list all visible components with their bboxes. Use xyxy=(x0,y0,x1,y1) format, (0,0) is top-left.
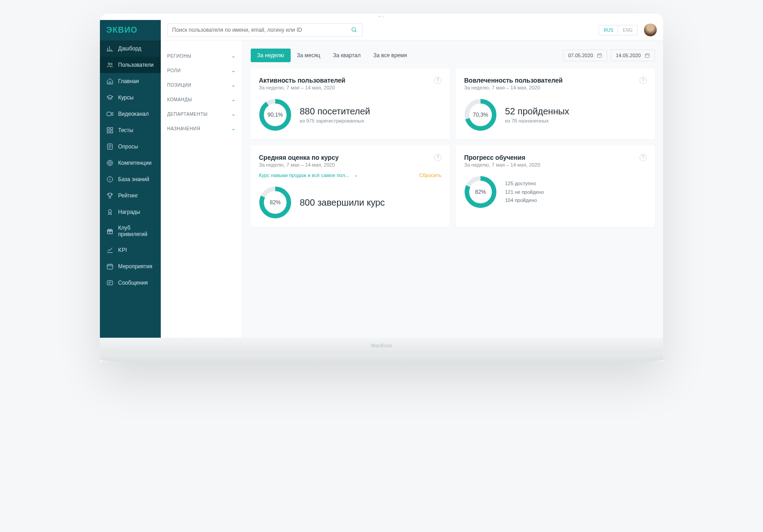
help-icon[interactable]: ? xyxy=(639,77,647,84)
survey-icon xyxy=(106,143,114,150)
filter-label: КОМАНДЫ xyxy=(167,97,192,102)
card-subtitle: За неделю, 7 мая – 14 мая, 2020 xyxy=(464,162,540,167)
donut-label: 70,3% xyxy=(464,99,497,131)
donut-label: 82% xyxy=(464,176,497,208)
date-from[interactable]: 07.05.2020 xyxy=(563,49,607,61)
sidebar-item-label: Сообщения xyxy=(118,280,148,286)
filter-роли[interactable]: РОЛИ⌄ xyxy=(167,63,236,78)
users-icon xyxy=(106,61,114,69)
course-name: Курс навыки продаж и всё самое пол... xyxy=(259,172,349,178)
date-to[interactable]: 14.05.2020 xyxy=(611,49,655,61)
sidebar-item-award[interactable]: Награды xyxy=(100,204,161,220)
filter-label: РОЛИ xyxy=(167,68,181,73)
sidebar-item-label: Курсы xyxy=(118,94,134,101)
msg-icon xyxy=(106,279,114,286)
help-icon[interactable]: ? xyxy=(434,154,441,161)
sidebar-item-trophy[interactable]: Рейтинг xyxy=(100,187,161,204)
sidebar-item-msg[interactable]: Сообщения xyxy=(100,275,161,291)
calendar-icon xyxy=(644,53,650,58)
progress-line: 121 не пройдено xyxy=(505,188,544,197)
filter-назначения[interactable]: НАЗНАЧЕНИЯ⌄ xyxy=(167,121,236,136)
sidebar-item-users[interactable]: Пользователи xyxy=(100,57,161,73)
sidebar-item-gift[interactable]: Клуб привилегий xyxy=(100,220,161,242)
sidebar-item-grad[interactable]: Курсы xyxy=(100,89,161,106)
video-icon xyxy=(106,110,114,118)
svg-rect-23 xyxy=(597,54,601,58)
svg-line-22 xyxy=(355,31,357,32)
period-tab[interactable]: За месяц xyxy=(291,49,327,62)
filter-позиции[interactable]: ПОЗИЦИИ⌄ xyxy=(167,78,236,92)
chevron-down-icon: ⌄ xyxy=(231,82,236,88)
sidebar-item-label: Пользователи xyxy=(118,62,154,68)
card-title: Вовлеченность пользователей xyxy=(464,77,563,84)
progress-line: 104 пройдено xyxy=(505,196,544,205)
help-icon[interactable]: ? xyxy=(639,154,647,161)
metric-sub: из 975 зарегистрированных xyxy=(300,118,370,123)
svg-point-21 xyxy=(352,28,356,31)
sidebar-item-chart[interactable]: Дашборд xyxy=(100,40,161,57)
sidebar-item-label: База знаний xyxy=(118,176,149,182)
donut-chart: 70,3% xyxy=(464,99,497,131)
donut-chart: 82% xyxy=(259,186,292,219)
sidebar-item-label: Дашборд xyxy=(118,45,141,52)
gift-icon xyxy=(106,227,114,235)
search-icon xyxy=(351,27,357,33)
svg-point-14 xyxy=(109,210,112,213)
card-activity: Активность пользователей За неделю, 7 ма… xyxy=(251,69,450,139)
card-progress: Прогресс обучения За неделю, 7 мая – 14 … xyxy=(456,146,655,227)
filter-label: ДЕПАРТАМЕНТЫ xyxy=(167,112,208,117)
sidebar-item-kpi[interactable]: KPI xyxy=(100,242,161,258)
donut-label: 90,1% xyxy=(259,99,292,131)
svg-rect-3 xyxy=(107,128,109,130)
filter-panel: РЕГИОНЫ⌄РОЛИ⌄ПОЗИЦИИ⌄КОМАНДЫ⌄ДЕПАРТАМЕНТ… xyxy=(161,40,243,338)
reset-link[interactable]: Сбросить xyxy=(419,172,441,178)
topbar: RUS ENG xyxy=(161,20,663,40)
avatar[interactable] xyxy=(644,24,657,36)
sidebar-item-survey[interactable]: Опросы xyxy=(100,138,161,155)
filter-регионы[interactable]: РЕГИОНЫ⌄ xyxy=(167,49,236,63)
period-tab[interactable]: За квартал xyxy=(327,49,367,62)
sidebar-item-cal[interactable]: Мероприятия xyxy=(100,258,161,275)
sidebar-item-grid[interactable]: Тесты xyxy=(100,122,161,138)
search-input[interactable] xyxy=(172,27,351,33)
course-selector[interactable]: Курс навыки продаж и всё самое пол... ⌄ … xyxy=(259,172,441,178)
sidebar-item-label: Награды xyxy=(118,209,140,215)
chart-icon xyxy=(106,45,114,52)
svg-rect-20 xyxy=(107,281,113,285)
card-title: Средняя оценка по курсу xyxy=(259,154,339,161)
metric-value: 52 пройденных xyxy=(505,106,569,117)
sidebar-item-target[interactable]: Компетенции xyxy=(100,155,161,171)
sidebar-item-home[interactable]: Главная xyxy=(100,73,161,89)
sidebar-item-label: Мероприятия xyxy=(118,263,152,270)
filter-label: НАЗНАЧЕНИЯ xyxy=(167,126,200,131)
chevron-down-icon: ⌄ xyxy=(231,67,236,74)
sidebar-item-label: Опросы xyxy=(118,143,138,150)
period-tab[interactable]: За все время xyxy=(367,49,413,62)
card-title: Прогресс обучения xyxy=(464,154,540,161)
donut-chart: 90,1% xyxy=(259,99,292,131)
card-score: Средняя оценка по курсу За неделю, 7 мая… xyxy=(251,146,450,227)
date-to-value: 14.05.2020 xyxy=(616,53,641,58)
period-tab[interactable]: За неделю xyxy=(251,49,291,62)
sidebar-item-video[interactable]: Видеоканал xyxy=(100,106,161,122)
laptop-frame: • ○ ЭКВИО ДашбордПользователиГлавнаяКурс… xyxy=(100,14,663,361)
filter-команды[interactable]: КОМАНДЫ⌄ xyxy=(167,92,236,107)
svg-rect-5 xyxy=(107,131,109,133)
filter-департаменты[interactable]: ДЕПАРТАМЕНТЫ⌄ xyxy=(167,107,236,121)
svg-point-13 xyxy=(110,178,110,178)
card-title: Активность пользователей xyxy=(259,77,345,84)
progress-list: 125 доступно 121 не пройдено 104 пройден… xyxy=(505,179,544,205)
sidebar-item-label: Тесты xyxy=(118,127,133,133)
lang-eng[interactable]: ENG xyxy=(618,25,637,35)
sidebar-item-info[interactable]: База знаний xyxy=(100,171,161,187)
calendar-icon xyxy=(597,53,602,58)
language-toggle[interactable]: RUS ENG xyxy=(599,25,638,35)
trophy-icon xyxy=(106,192,114,199)
search-box[interactable] xyxy=(167,23,362,37)
sidebar-item-label: KPI xyxy=(118,247,127,253)
chevron-down-icon: ⌄ xyxy=(231,96,236,103)
sidebar-item-label: Клуб привилегий xyxy=(118,225,154,237)
lang-rus[interactable]: RUS xyxy=(599,25,618,35)
help-icon[interactable]: ? xyxy=(434,77,441,84)
svg-point-1 xyxy=(111,63,112,64)
